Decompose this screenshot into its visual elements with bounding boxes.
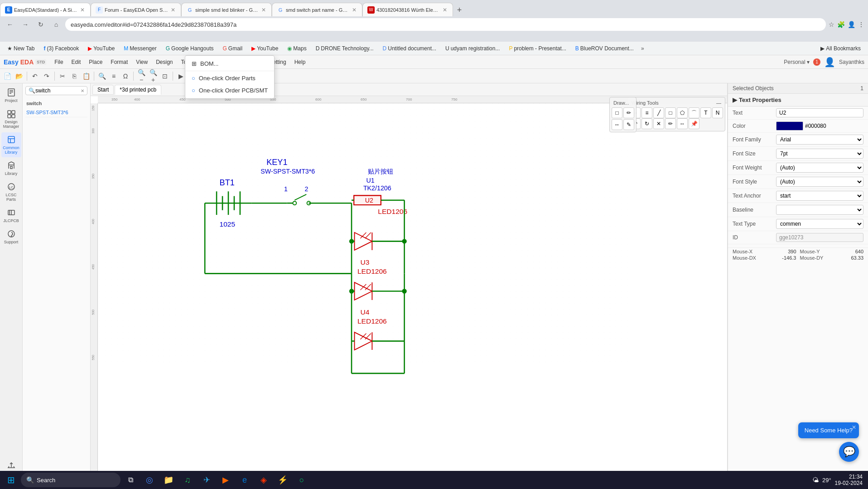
color-value-container[interactable]: #000080 [776,121,863,131]
help-bubble[interactable]: ✕ Need Some Help? [798,422,859,438]
pin-tool[interactable]: 📌 [689,118,699,129]
bookmark-drone[interactable]: D DRONE Technology... [312,44,377,53]
zoom-out-button[interactable]: 🔍− [136,71,147,82]
pencil-tool[interactable]: ✏ [665,118,676,129]
sidebar-item-common-library[interactable]: Common Library [1,132,21,157]
arc-tool[interactable]: ⌒ [689,107,699,118]
tab-close-google2[interactable]: ✕ [351,6,357,14]
dropdown-order-parts[interactable]: ○ One-click Order Parts [185,72,274,84]
help-circle-button[interactable]: 💬 [839,442,859,462]
netlist-button[interactable]: Ω [120,71,131,82]
menu-design[interactable]: Design [152,58,176,67]
wiring-tools-collapse[interactable]: — [716,100,721,106]
browser-tab-google2[interactable]: G smd switch part name - Googl... ✕ [272,3,362,16]
taskbar-task-view[interactable]: ⧉ [121,472,140,488]
sidebar-item-support[interactable]: Support [1,227,21,247]
personal-label[interactable]: Personal ▾ [784,59,810,65]
color-swatch[interactable] [776,121,803,131]
undo-button[interactable]: ↶ [29,71,40,82]
taskbar-app4[interactable]: ○ [293,472,311,488]
draw-edit-tool[interactable]: ✎ [623,119,634,130]
bookmark-hangouts[interactable]: G Google Hangouts [162,44,217,53]
taskbar-app1[interactable]: ▶ [217,472,235,488]
cross-tool[interactable]: ✕ [653,118,664,129]
menu-format[interactable]: Format [107,58,131,67]
new-button[interactable]: 📄 [2,71,13,82]
font-weight-select[interactable]: (Auto) Normal Bold [776,163,863,173]
rotate-tool[interactable]: ↻ [641,118,652,129]
bookmark-star[interactable]: ☆ [829,21,834,28]
taskbar-app2[interactable]: ◈ [255,472,273,488]
menu-file[interactable]: File [51,58,67,67]
menu-view[interactable]: View [132,58,151,67]
back-button[interactable]: ← [4,18,16,31]
paste-button[interactable]: 📋 [81,71,92,82]
taskbar-explorer[interactable]: 📁 [159,472,178,488]
bookmark-newtab[interactable]: ★ New Tab [4,44,38,53]
text-anchor-select[interactable]: start middle end [776,191,863,201]
redo-button[interactable]: ↷ [41,71,52,82]
font-style-select[interactable]: (Auto) Normal Italic [776,177,863,187]
browser-tab-google1[interactable]: G simple smd led blinker - Goog... ✕ [181,3,272,16]
draw-pen-tool[interactable]: ✏ [623,107,634,118]
bookmark-youtube[interactable]: ▶ YouTube [84,44,118,53]
copy-button[interactable]: ⎘ [69,71,80,82]
filter-button[interactable]: ≡ [108,71,119,82]
bookmark-udyam[interactable]: U udyam registration... [442,44,503,53]
extensions-button[interactable]: 🧩 [837,21,845,28]
bus-tool[interactable]: ≡ [641,107,652,118]
notification-badge[interactable]: 1 [813,58,820,66]
tab-close-wurth[interactable]: ✕ [442,6,448,14]
id-input[interactable] [776,233,863,242]
browser-tab-wurth[interactable]: W 430182043816 Würth Elektron... ✕ [362,3,453,16]
tab-close-forum[interactable]: ✕ [170,6,176,14]
text-value-input[interactable] [776,108,863,117]
menu-place[interactable]: Place [85,58,106,67]
draw-arrow-tool[interactable]: ↔ [612,119,622,130]
rect-tool[interactable]: □ [665,107,676,118]
bookmarks-overflow[interactable]: » [641,45,644,52]
text-tool[interactable]: T [700,107,711,118]
line-tool[interactable]: ╱ [653,107,664,118]
forward-button[interactable]: → [19,18,32,31]
home-button[interactable]: ⌂ [50,18,63,31]
bookmark-maps[interactable]: ◉ Maps [284,44,310,53]
dropdown-bom[interactable]: ⊞ BOM... [185,58,274,70]
canvas-tab-3dpcb[interactable]: *3d printed pcb [115,85,161,95]
help-close-icon[interactable]: ✕ [852,424,856,431]
sidebar-item-project[interactable]: Project [1,85,21,106]
font-size-select[interactable]: 7pt 8pt 10pt 12pt [776,149,863,159]
search-input[interactable] [35,87,81,94]
baseline-select[interactable]: alphabetic middle [776,205,863,215]
browser-tab-easyeda[interactable]: E EasyEDA(Standard) - A Simple... ✕ [0,3,91,16]
measure-tool[interactable]: ↔ [677,118,688,129]
refresh-button[interactable]: ↻ [34,18,47,31]
avatar-icon[interactable]: 👤 [824,57,835,68]
poly-tool[interactable]: ⬠ [677,107,688,118]
sidebar-item-lcsc[interactable]: LC LCSC Parts [1,179,21,204]
font-family-select[interactable]: Arial Times New Roman Courier New [776,135,863,145]
bookmark-problem[interactable]: P problem - Presentat... [505,44,569,53]
menu-dots[interactable]: ⋮ [858,21,864,28]
taskbar-search-box[interactable]: 🔍 Search [21,473,121,487]
sidebar-item-library[interactable]: Library [1,158,21,179]
menu-edit[interactable]: Edit [68,58,85,67]
taskbar-telegram[interactable]: ✈ [198,472,216,488]
draw-rect-tool[interactable]: □ [612,107,622,118]
net-tool[interactable]: N [712,107,723,118]
schematic-canvas[interactable]: BT1 1025 KEY1 SW-SPST-SMT3*6 1 2 [98,103,728,479]
all-bookmarks[interactable]: ▶ All Bookmarks [817,44,864,53]
menu-help[interactable]: Help [291,58,309,67]
zoom-fit-button[interactable]: ⊡ [159,71,170,82]
zoom-in-button[interactable]: 🔍+ [148,71,159,82]
bookmark-facebook[interactable]: f (3) Facebook [40,44,82,53]
cut-button[interactable]: ✂ [57,71,68,82]
component-led1206-label[interactable]: LED1206 [378,208,407,215]
search-tool-button[interactable]: 🔍 [96,71,107,82]
dropdown-order-pcb[interactable]: ○ One-click Order PCB/SMT [185,84,274,97]
text-type-select[interactable]: commen prefix suffix [776,219,863,229]
canvas-tab-start[interactable]: Start [92,85,114,95]
bookmark-messenger[interactable]: M Messenger [120,44,160,53]
circuit-diagram[interactable]: BT1 1025 KEY1 SW-SPST-SMT3*6 1 2 [98,103,728,479]
search-result-item[interactable]: SW-SPST-SMT3*6 [25,108,87,117]
